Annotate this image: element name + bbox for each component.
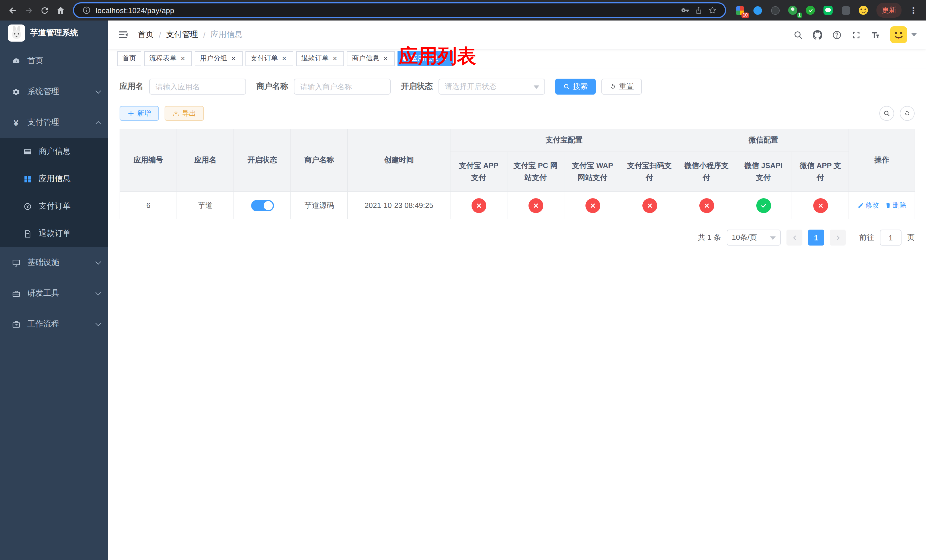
status-alipay-wap-icon	[585, 198, 600, 213]
col-wechat-jsapi: 微信 JSAPI 支付	[735, 152, 792, 192]
browser-menu-icon[interactable]: ⋮	[905, 5, 921, 16]
payment-submenu: 商户信息 应用信息 支付订单	[0, 138, 108, 247]
sidebar-item-pay-order[interactable]: 支付订单	[0, 192, 108, 220]
extension-blue-icon[interactable]	[750, 3, 764, 17]
reset-button[interactable]: 重置	[601, 79, 642, 95]
chevron-down-icon	[95, 259, 101, 265]
page-number-1[interactable]: 1	[808, 230, 824, 245]
tab-refund-order[interactable]: 退款订单 ×	[296, 51, 344, 66]
password-key-icon[interactable]	[681, 6, 689, 14]
search-icon[interactable]	[793, 30, 803, 39]
home-icon[interactable]	[52, 2, 68, 18]
sidebar-item-workflow[interactable]: 工作流程	[0, 309, 108, 339]
status-alipay-pc-icon	[528, 198, 543, 213]
chevron-down-icon	[95, 321, 101, 326]
extension-dark-icon[interactable]	[768, 3, 782, 17]
page-annotation-title: 应用列表	[399, 43, 476, 70]
next-page-button[interactable]	[830, 230, 846, 245]
tab-user-group[interactable]: 用户分组 ×	[195, 51, 243, 66]
logo-image	[8, 24, 25, 42]
document-icon	[23, 229, 32, 238]
status-wechat-mini-icon	[699, 198, 714, 213]
merchant-name-input[interactable]	[294, 79, 391, 95]
sidebar-item-system[interactable]: 系统管理	[0, 76, 108, 107]
extension-gray-icon[interactable]	[839, 3, 853, 17]
back-icon[interactable]	[5, 2, 21, 18]
col-alipay-qr: 支付宝扫码支付	[621, 152, 678, 192]
sidebar-item-app-info[interactable]: 应用信息	[0, 165, 108, 192]
address-bar[interactable]: localhost:1024/pay/app	[73, 2, 726, 18]
sidebar-item-payment[interactable]: ¥ 支付管理	[0, 107, 108, 138]
breadcrumb-item-current: 应用信息	[211, 30, 243, 40]
reload-icon[interactable]	[36, 2, 52, 18]
extension-check-icon[interactable]	[803, 3, 817, 17]
extension-emoji-icon[interactable]	[856, 3, 870, 17]
close-icon[interactable]: ×	[280, 54, 288, 62]
status-alipay-qr-icon	[642, 198, 657, 213]
sidebar-item-devtools[interactable]: 研发工具	[0, 278, 108, 309]
cell-actions: 修改 删除	[849, 192, 915, 219]
status-select[interactable]: 请选择开启状态	[439, 79, 545, 95]
tab-pay-order[interactable]: 支付订单 ×	[245, 51, 293, 66]
gear-icon	[11, 87, 21, 96]
prev-page-button[interactable]	[787, 230, 802, 245]
browser-update-button[interactable]: 更新	[876, 3, 902, 18]
delete-link[interactable]: 删除	[885, 201, 906, 210]
col-created: 创建时间	[348, 129, 450, 192]
close-icon[interactable]: ×	[230, 54, 238, 62]
breadcrumb-item-payment[interactable]: 支付管理	[166, 30, 198, 40]
close-icon[interactable]: ×	[381, 54, 390, 62]
refresh-icon[interactable]	[900, 106, 915, 121]
bookmark-star-icon[interactable]	[708, 6, 716, 14]
breadcrumb-item-home[interactable]: 首页	[138, 30, 154, 40]
export-button[interactable]: 导出	[165, 106, 204, 121]
app-title: 芋道管理系统	[30, 28, 78, 38]
font-size-icon[interactable]	[871, 30, 881, 39]
sidebar-toggle-icon[interactable]	[117, 29, 129, 41]
filter-form: 应用名 商户名称 开启状态 请选择开启状态	[120, 79, 915, 95]
screen: localhost:1024/pay/app 10 1	[0, 0, 926, 560]
forward-icon[interactable]	[21, 2, 36, 18]
search-button[interactable]: 搜索	[555, 79, 596, 95]
enabled-toggle[interactable]	[251, 200, 274, 211]
sidebar-item-home[interactable]: 首页	[0, 45, 108, 76]
page-content: 应用名 商户名称 开启状态 请选择开启状态	[108, 68, 926, 256]
add-button[interactable]: 新增	[120, 106, 159, 121]
help-icon[interactable]	[832, 30, 842, 39]
user-menu[interactable]	[890, 26, 917, 43]
sidebar-item-merchant-info[interactable]: 商户信息	[0, 138, 108, 165]
toolbox-icon	[11, 289, 21, 298]
table-toolbar: 新增 导出	[120, 106, 915, 121]
github-icon[interactable]	[813, 30, 822, 39]
sidebar-item-infrastructure[interactable]: 基础设施	[0, 247, 108, 278]
close-icon[interactable]: ×	[179, 54, 187, 62]
cell-merchant: 芋道源码	[291, 192, 348, 219]
tab-process-form[interactable]: 流程表单 ×	[144, 51, 192, 66]
col-alipay-app: 支付宝 APP 支付	[450, 152, 507, 192]
goto-page-input[interactable]	[880, 230, 902, 245]
col-app-id: 应用编号	[120, 129, 177, 192]
app-logo[interactable]: 芋道管理系统	[0, 21, 108, 45]
chevron-down-icon	[770, 236, 776, 240]
tabs-bar: 首页 流程表单 × 用户分组 × 支付订单 × 退款订单 ×	[108, 49, 926, 68]
extension-wechat-icon[interactable]	[821, 3, 835, 17]
edit-link[interactable]: 修改	[857, 201, 879, 210]
toggle-search-icon[interactable]	[879, 106, 894, 121]
breadcrumb: 首页 / 支付管理 / 应用信息	[138, 30, 243, 40]
extension-grid-icon[interactable]: 10	[733, 3, 747, 17]
tab-home[interactable]: 首页	[117, 51, 141, 66]
close-icon[interactable]: ×	[331, 54, 339, 62]
site-info-icon[interactable]	[83, 6, 91, 14]
sidebar-item-refund-order[interactable]: 退款订单	[0, 220, 108, 247]
extension-badge: 10	[741, 12, 749, 18]
tab-merchant-info[interactable]: 商户信息 ×	[347, 51, 395, 66]
fullscreen-icon[interactable]	[851, 30, 861, 39]
extension-avatar-icon[interactable]: 1	[786, 3, 800, 17]
share-icon[interactable]	[695, 6, 703, 14]
page-size-select[interactable]: 10条/页	[727, 230, 781, 245]
url-text: localhost:1024/pay/app	[96, 6, 678, 15]
app-name-input[interactable]	[149, 79, 246, 95]
pagination-total: 共 1 条	[698, 232, 721, 243]
extensions-area: 10 1 更新 ⋮	[731, 3, 921, 18]
col-status: 开启状态	[234, 129, 291, 192]
